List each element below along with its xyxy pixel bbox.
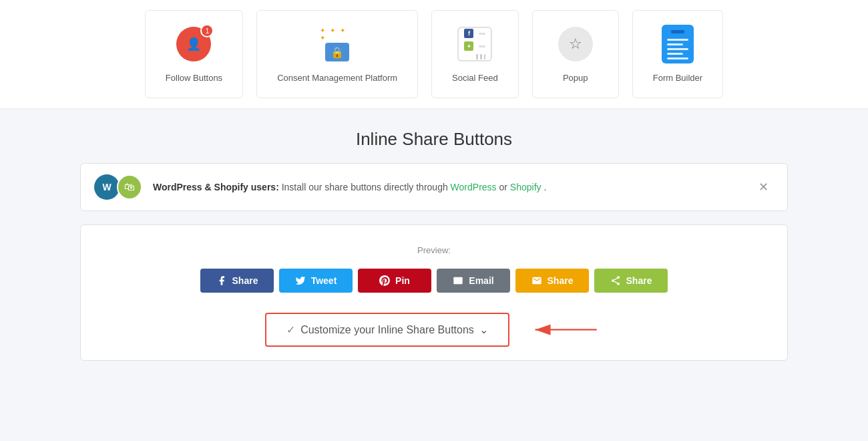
facebook-icon bbox=[216, 275, 227, 286]
share-button-sharethis[interactable]: Share bbox=[594, 269, 668, 293]
social-feed-icon: f ✦ bbox=[455, 24, 495, 64]
preview-label: Preview: bbox=[94, 245, 774, 255]
card-consent[interactable]: ✦ ✦ ✦ ✦ 🔒 Consent Management Platform bbox=[256, 10, 418, 98]
banner-bold: WordPress & Shopify users: bbox=[153, 182, 279, 192]
platform-icons: W 🛍 bbox=[94, 174, 142, 200]
follow-buttons-icon: 👤 1 bbox=[174, 24, 214, 64]
customize-button[interactable]: ✓ Customize your Inline Share Buttons ⌄ bbox=[265, 313, 509, 347]
check-icon: ✓ bbox=[286, 323, 295, 336]
chevron-down-icon: ⌄ bbox=[479, 323, 488, 336]
card-popup[interactable]: ☆ Popup bbox=[532, 10, 619, 98]
top-cards-row: 👤 1 Follow Buttons ✦ ✦ ✦ ✦ 🔒 Consent Man… bbox=[0, 0, 868, 109]
notification-badge: 1 bbox=[200, 24, 214, 37]
card-follow-buttons[interactable]: 👤 1 Follow Buttons bbox=[145, 10, 243, 98]
section-title: Inline Share Buttons bbox=[80, 129, 788, 150]
messenger-label: Share bbox=[548, 275, 574, 286]
pinterest-icon bbox=[379, 275, 390, 286]
consent-icon: ✦ ✦ ✦ ✦ 🔒 bbox=[317, 24, 357, 64]
banner-text: WordPress & Shopify users: Install our s… bbox=[153, 182, 753, 192]
svg-line-3 bbox=[614, 281, 617, 283]
email-label: Email bbox=[469, 275, 493, 286]
share-button-email[interactable]: Email bbox=[437, 269, 510, 293]
arrow-indicator bbox=[523, 317, 603, 342]
arrow-hint bbox=[523, 317, 603, 342]
info-banner: W 🛍 WordPress & Shopify users: Install o… bbox=[80, 163, 788, 211]
svg-point-2 bbox=[617, 283, 620, 285]
facebook-label: Share bbox=[232, 275, 258, 286]
banner-main: Install our share buttons directly throu… bbox=[282, 182, 451, 192]
banner-close-button[interactable]: ✕ bbox=[753, 177, 774, 197]
card-social-feed-label: Social Feed bbox=[452, 72, 498, 84]
svg-line-4 bbox=[614, 279, 617, 281]
shopify-icon: 🛍 bbox=[117, 174, 142, 200]
popup-icon: ☆ bbox=[556, 24, 596, 64]
wordpress-link[interactable]: WordPress bbox=[451, 182, 497, 192]
sharethis-label: Share bbox=[626, 275, 652, 286]
banner-or: or bbox=[499, 182, 509, 192]
banner-end: . bbox=[544, 182, 546, 192]
twitter-label: Tweet bbox=[311, 275, 337, 286]
twitter-icon bbox=[295, 275, 306, 286]
pinterest-label: Pin bbox=[395, 275, 410, 286]
main-content: Inline Share Buttons W 🛍 WordPress & Sho… bbox=[67, 109, 801, 374]
card-form-builder[interactable]: Form Builder bbox=[632, 10, 723, 98]
card-form-builder-label: Form Builder bbox=[653, 72, 702, 84]
customize-label: Customize your Inline Share Buttons bbox=[300, 324, 474, 336]
card-social-feed[interactable]: f ✦ Social Feed bbox=[431, 10, 519, 98]
share-button-facebook[interactable]: Share bbox=[200, 269, 274, 293]
svg-point-1 bbox=[612, 279, 614, 282]
messenger-icon bbox=[531, 275, 542, 286]
share-button-pinterest[interactable]: Pin bbox=[358, 269, 431, 293]
svg-point-0 bbox=[617, 277, 620, 279]
email-icon bbox=[453, 275, 463, 286]
card-popup-label: Popup bbox=[563, 72, 588, 84]
card-follow-buttons-label: Follow Buttons bbox=[166, 72, 222, 84]
preview-section: Preview: Share Tweet Pin Email Share bbox=[80, 225, 788, 361]
share-buttons-row: Share Tweet Pin Email Share Share bbox=[94, 269, 774, 293]
sharethis-icon bbox=[610, 275, 621, 286]
shopify-link[interactable]: Shopify bbox=[510, 182, 541, 192]
share-button-messenger[interactable]: Share bbox=[515, 269, 589, 293]
share-button-twitter[interactable]: Tweet bbox=[279, 269, 353, 293]
wordpress-icon: W bbox=[94, 174, 120, 200]
customize-row: ✓ Customize your Inline Share Buttons ⌄ bbox=[94, 313, 774, 347]
card-consent-label: Consent Management Platform bbox=[277, 72, 397, 84]
form-builder-icon bbox=[658, 24, 698, 64]
